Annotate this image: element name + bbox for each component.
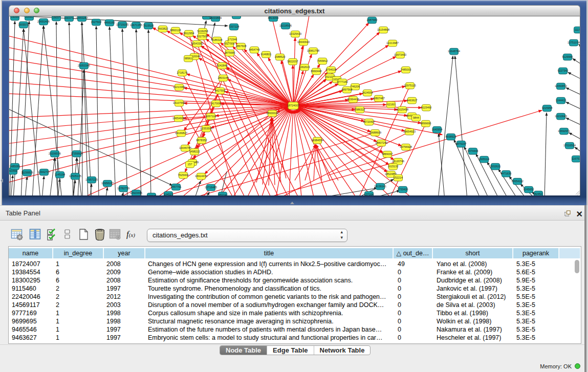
svg-text:20091: 20091: [26, 16, 33, 18]
svg-text:9129966: 9129966: [562, 55, 573, 58]
svg-text:1485081: 1485081: [10, 165, 20, 168]
svg-text:7955812: 7955812: [317, 59, 328, 62]
svg-text:9794028: 9794028: [326, 68, 337, 71]
svg-text:1588520: 1588520: [275, 55, 286, 58]
svg-text:9242848: 9242848: [217, 64, 228, 67]
svg-text:16175: 16175: [233, 16, 241, 17]
svg-text:116753: 116753: [572, 157, 580, 160]
svg-text:10671355: 10671355: [130, 24, 142, 27]
svg-text:82452: 82452: [535, 192, 542, 195]
svg-text:10973493: 10973493: [394, 53, 406, 56]
svg-text:9245652: 9245652: [524, 188, 534, 191]
svg-text:6879197: 6879197: [456, 142, 467, 145]
svg-text:17359924: 17359924: [71, 152, 83, 155]
svg-text:16648784: 16648784: [448, 50, 460, 53]
svg-text:9115460: 9115460: [421, 106, 432, 109]
svg-text:9227342: 9227342: [558, 69, 569, 72]
svg-text:8938923: 8938923: [446, 135, 456, 138]
svg-text:16640910: 16640910: [297, 40, 310, 43]
svg-text:19654935: 19654935: [172, 117, 185, 120]
svg-text:1145194: 1145194: [55, 173, 66, 176]
svg-text:8813054: 8813054: [268, 16, 279, 19]
svg-text:8878352: 8878352: [197, 139, 207, 142]
svg-text:16782759: 16782759: [117, 187, 129, 190]
svg-text:19166827: 19166827: [175, 132, 187, 135]
svg-text:7632621: 7632621: [490, 165, 501, 168]
svg-text:16120746: 16120746: [392, 160, 404, 163]
svg-text:9457791: 9457791: [171, 185, 182, 188]
svg-text:8427552: 8427552: [215, 89, 226, 92]
svg-text:8454749: 8454749: [249, 48, 260, 51]
svg-text:16210643: 16210643: [555, 115, 567, 118]
svg-text:16033809: 16033809: [209, 16, 222, 19]
svg-text:13751074: 13751074: [568, 41, 580, 44]
svg-text:18807249: 18807249: [375, 141, 387, 144]
svg-text:171546: 171546: [228, 38, 237, 41]
svg-text:12093872: 12093872: [555, 84, 567, 87]
svg-text:7357224: 7357224: [229, 25, 239, 28]
svg-text:10688609: 10688609: [369, 131, 381, 134]
svg-text:1615132: 1615132: [388, 165, 399, 168]
svg-text:16914479: 16914479: [195, 174, 207, 178]
svg-text:3624554: 3624554: [362, 91, 373, 94]
svg-text:19384554: 19384554: [311, 139, 323, 142]
svg-text:19756928: 19756928: [400, 145, 412, 148]
svg-text:9474444: 9474444: [468, 149, 478, 152]
svg-text:12213987: 12213987: [386, 41, 399, 45]
svg-text:7625402: 7625402: [178, 173, 189, 177]
svg-text:1640954: 1640954: [432, 128, 443, 131]
svg-text:10325419: 10325419: [289, 32, 301, 35]
svg-text:2718176: 2718176: [177, 71, 188, 74]
svg-text:98961: 98961: [185, 57, 192, 60]
svg-text:8912954: 8912954: [184, 32, 194, 35]
svg-text:9327503: 9327503: [197, 35, 208, 38]
svg-text:1362615: 1362615: [299, 65, 310, 69]
svg-text:8990448: 8990448: [311, 70, 322, 73]
svg-text:12942737: 12942737: [38, 170, 50, 173]
svg-text:9844: 9844: [413, 116, 419, 119]
svg-text:11156829: 11156829: [21, 171, 33, 174]
svg-text:16543382: 16543382: [191, 42, 203, 45]
svg-text:19037: 19037: [53, 16, 60, 19]
svg-text:12213383: 12213383: [173, 85, 185, 89]
svg-text:190371: 190371: [64, 16, 74, 19]
svg-text:9884067: 9884067: [382, 152, 393, 156]
svg-text:62160: 62160: [387, 103, 395, 106]
svg-text:12353594: 12353594: [200, 127, 212, 130]
svg-text:10807487: 10807487: [373, 97, 385, 100]
svg-text:19055: 19055: [11, 16, 19, 18]
svg-text:6466160: 6466160: [104, 21, 115, 24]
svg-text:7986322: 7986322: [355, 108, 365, 111]
svg-text:5226058: 5226058: [198, 30, 208, 33]
svg-text:3875685: 3875685: [225, 51, 235, 54]
svg-text:19218506: 19218506: [279, 24, 292, 27]
svg-text:12505135: 12505135: [69, 174, 81, 178]
svg-text:9777169: 9777169: [337, 80, 348, 83]
svg-text:8471636: 8471636: [501, 172, 512, 175]
svg-text:1733426: 1733426: [398, 188, 408, 191]
svg-text:20691406: 20691406: [37, 20, 50, 23]
svg-text:1527602: 1527602: [91, 20, 102, 24]
svg-text:252214: 252214: [394, 176, 403, 179]
svg-text:15692971: 15692971: [558, 129, 570, 133]
svg-text:10654112: 10654112: [511, 180, 524, 183]
svg-text:10958187: 10958187: [101, 182, 114, 185]
svg-text:3215958: 3215958: [542, 106, 553, 110]
svg-text:10719155: 10719155: [116, 23, 128, 26]
svg-text:157: 157: [188, 163, 192, 166]
svg-text:18930023: 18930023: [266, 112, 278, 115]
svg-text:16961758: 16961758: [307, 49, 319, 52]
svg-text:1244415: 1244415: [556, 99, 567, 102]
svg-text:18724007: 18724007: [287, 104, 299, 107]
svg-text:15716485: 15716485: [205, 186, 217, 189]
svg-text:10653267: 10653267: [76, 16, 88, 19]
svg-text:9899695: 9899695: [421, 122, 431, 125]
svg-text:2803144: 2803144: [218, 76, 229, 79]
svg-text:10025458: 10025458: [396, 108, 408, 111]
svg-text:3267110: 3267110: [206, 115, 216, 118]
svg-text:6897568: 6897568: [342, 88, 353, 91]
svg-text:9146821: 9146821: [261, 53, 272, 56]
svg-text:11172: 11172: [575, 28, 580, 31]
svg-text:16154808: 16154808: [377, 28, 389, 31]
svg-text:17957225: 17957225: [85, 178, 98, 181]
